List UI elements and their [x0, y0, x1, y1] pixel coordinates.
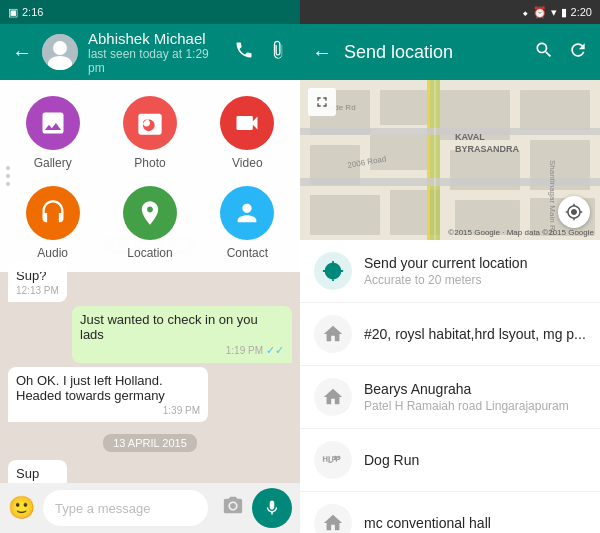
msg-text: Just wanted to check in on you lads: [80, 312, 284, 342]
back-button[interactable]: ←: [12, 41, 32, 64]
status-time-right: 2:20: [571, 6, 592, 18]
svg-rect-10: [370, 135, 430, 170]
camera-button[interactable]: [222, 495, 244, 522]
location-list: Send your current location Accurate to 2…: [300, 240, 600, 533]
message-check-in: Just wanted to check in on you lads 1:19…: [72, 306, 292, 363]
call-button[interactable]: [234, 40, 254, 65]
message-input[interactable]: Type a message: [43, 490, 208, 526]
location-item-4[interactable]: Dog Run: [300, 429, 600, 492]
message-holland: Oh OK. I just left Holland. Headed towar…: [8, 367, 208, 422]
location-title: Send location: [344, 42, 522, 63]
attachment-gallery[interactable]: Gallery: [8, 96, 97, 170]
chat-input-bar: 🙂 Type a message: [0, 483, 300, 533]
location-header: ← Send location: [300, 24, 600, 80]
current-location-sub: Accurate to 20 meters: [364, 273, 586, 287]
msg-time: 12:13 PM: [16, 285, 59, 296]
message-tick: ✓✓: [266, 344, 284, 357]
location-item-current[interactable]: Send your current location Accurate to 2…: [300, 240, 600, 303]
attachment-audio[interactable]: Audio: [8, 186, 97, 260]
svg-rect-20: [300, 128, 600, 135]
contact-status: last seen today at 1:29 pm: [88, 47, 224, 75]
attachment-video[interactable]: Video: [203, 96, 292, 170]
contact-label: Contact: [227, 246, 268, 260]
gallery-label: Gallery: [34, 156, 72, 170]
location-3-name: Bearys Anugraha: [364, 381, 586, 397]
msg-text: Sup: [16, 466, 59, 481]
map-my-location-button[interactable]: [558, 196, 590, 228]
svg-rect-13: [310, 195, 380, 235]
svg-text:Shantinagar Main Rd: Shantinagar Main Rd: [548, 160, 557, 235]
location-item-5[interactable]: mc conventional hall: [300, 492, 600, 533]
location-refresh-button[interactable]: [568, 40, 588, 65]
google-credit: ©2015 Google · Map data ©2015 Google: [448, 228, 594, 237]
svg-rect-18: [427, 80, 430, 240]
location-4-name: Dog Run: [364, 452, 586, 468]
chat-panel: ← Abhishek Michael last seen today at 1:…: [0, 24, 300, 533]
svg-point-1: [53, 41, 67, 55]
svg-rect-6: [380, 90, 430, 125]
status-bar-left: ▣ 2:16: [0, 0, 300, 24]
location-search-button[interactable]: [534, 40, 554, 65]
chat-header-actions: [234, 40, 288, 65]
wifi-icon: ▾: [551, 6, 557, 19]
photo-label: Photo: [134, 156, 165, 170]
audio-icon: [26, 186, 80, 240]
battery-icon: ▮: [561, 6, 567, 19]
location-attach-icon: [123, 186, 177, 240]
location-5-icon: [314, 504, 352, 533]
attachment-photo[interactable]: Photo: [105, 96, 194, 170]
current-location-info: Send your current location Accurate to 2…: [364, 255, 586, 287]
status-bar-right: ⬥ ⏰ ▾ ▮ 2:20: [300, 0, 600, 24]
location-2-info: #20, roysl habitat,hrd lsyout, mg p...: [364, 326, 586, 342]
svg-rect-8: [520, 90, 590, 130]
screen-icon: ▣: [8, 6, 18, 19]
location-icon: ⬥: [522, 6, 529, 18]
current-location-icon: [314, 252, 352, 290]
current-location-name: Send your current location: [364, 255, 586, 271]
location-5-info: mc conventional hall: [364, 515, 586, 531]
video-label: Video: [232, 156, 262, 170]
status-time-left: 2:16: [22, 6, 43, 18]
location-panel: ← Send location: [300, 24, 600, 533]
emoji-button[interactable]: 🙂: [8, 495, 35, 521]
msg-time: 1:39 PM: [16, 405, 200, 416]
message-sup2: Sup 10:14 PM: [8, 460, 67, 483]
map-area[interactable]: KAVAL BYRASANDRA Shantinagar Main Rd 200…: [300, 80, 600, 240]
date-badge-2: 13 APRIL 2015: [103, 434, 197, 452]
gallery-icon: [26, 96, 80, 150]
attachment-location[interactable]: Location: [105, 186, 194, 260]
location-3-sub: Patel H Ramaiah road Lingarajapuram: [364, 399, 586, 413]
svg-text:KAVAL: KAVAL: [455, 132, 485, 142]
message-placeholder: Type a message: [55, 501, 150, 516]
location-2-name: #20, roysl habitat,hrd lsyout, mg p...: [364, 326, 586, 342]
attachment-grid: Gallery Photo Video: [8, 96, 292, 260]
location-4-icon: [314, 441, 352, 479]
contact-name: Abhishek Michael: [88, 30, 224, 47]
location-2-icon: [314, 315, 352, 353]
location-3-icon: [314, 378, 352, 416]
location-header-actions: [534, 40, 588, 65]
mic-button[interactable]: [252, 488, 292, 528]
location-item-2[interactable]: #20, roysl habitat,hrd lsyout, mg p...: [300, 303, 600, 366]
location-3-info: Bearys Anugraha Patel H Ramaiah road Lin…: [364, 381, 586, 413]
location-item-3[interactable]: Bearys Anugraha Patel H Ramaiah road Lin…: [300, 366, 600, 429]
chat-header-info: Abhishek Michael last seen today at 1:29…: [88, 30, 224, 75]
location-4-info: Dog Run: [364, 452, 586, 468]
svg-text:BYRASANDRA: BYRASANDRA: [455, 144, 520, 154]
msg-text: Oh OK. I just left Holland. Headed towar…: [16, 373, 200, 403]
dot-nav: [6, 166, 10, 186]
contact-icon: [220, 186, 274, 240]
attach-button[interactable]: [268, 40, 288, 65]
msg-time: 1:19 PM ✓✓: [80, 344, 284, 357]
alarm-icon: ⏰: [533, 6, 547, 19]
location-5-name: mc conventional hall: [364, 515, 586, 531]
photo-icon: [123, 96, 177, 150]
audio-label: Audio: [37, 246, 68, 260]
map-expand-button[interactable]: [308, 88, 336, 116]
attachment-contact[interactable]: Contact: [203, 186, 292, 260]
attachment-menu: Gallery Photo Video: [0, 80, 300, 272]
location-back-button[interactable]: ←: [312, 41, 332, 64]
avatar: [42, 34, 78, 70]
video-icon: [220, 96, 274, 150]
location-label: Location: [127, 246, 172, 260]
